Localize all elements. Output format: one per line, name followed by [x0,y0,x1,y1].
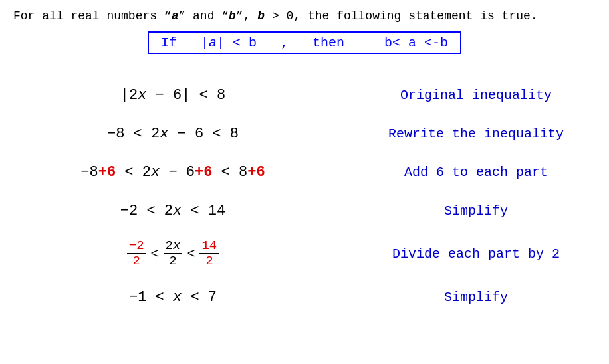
page: For all real numbers “a” and “b”, b > 0,… [0,0,609,364]
rule-box: If |a| < b , then b< a <-b [148,31,461,54]
frac-2x-2: 2x 2 [164,239,183,268]
step-row-3: −8+6 < 2x − 6+6 < 8+6 Add 6 to each part [13,153,596,191]
step5-math: −2 2 < 2x 2 < 14 2 [27,239,319,268]
step1-label: Original inequality [370,88,582,103]
step4-math: −2 < 2x < 14 [27,203,319,219]
step6-math: −1 < x < 7 [27,289,319,306]
intro-text: For all real numbers “a” and “b”, b > 0,… [13,8,596,25]
frac-14-2: 14 2 [199,239,219,268]
step5-label: Divide each part by 2 [370,246,582,262]
frac-neg2-2: −2 2 [127,239,146,268]
step1-math: |2x − 6| < 8 [27,87,319,104]
step6-label: Simplify [370,290,582,305]
step2-math: −8 < 2x − 6 < 8 [27,126,319,142]
step3-label: Add 6 to each part [370,165,582,180]
step4-label: Simplify [370,203,582,219]
step3-math: −8+6 < 2x − 6+6 < 8+6 [27,164,319,181]
step-row-1: |2x − 6| < 8 Original inequality [13,76,596,114]
step2-label: Rewrite the inequality [370,126,582,141]
step-row-2: −8 < 2x − 6 < 8 Rewrite the inequality [13,114,596,153]
step-row-4: −2 < 2x < 14 Simplify [13,191,596,230]
rule-if: If |a| < b , then b< a <-b [161,35,448,50]
steps-container: |2x − 6| < 8 Original inequality −8 < 2x… [13,76,596,316]
step-row-5: −2 2 < 2x 2 < 14 2 Divide each part by 2 [13,230,596,278]
rule-line: If |a| < b , then b< a <-b [13,31,596,66]
step-row-6: −1 < x < 7 Simplify [13,278,596,316]
